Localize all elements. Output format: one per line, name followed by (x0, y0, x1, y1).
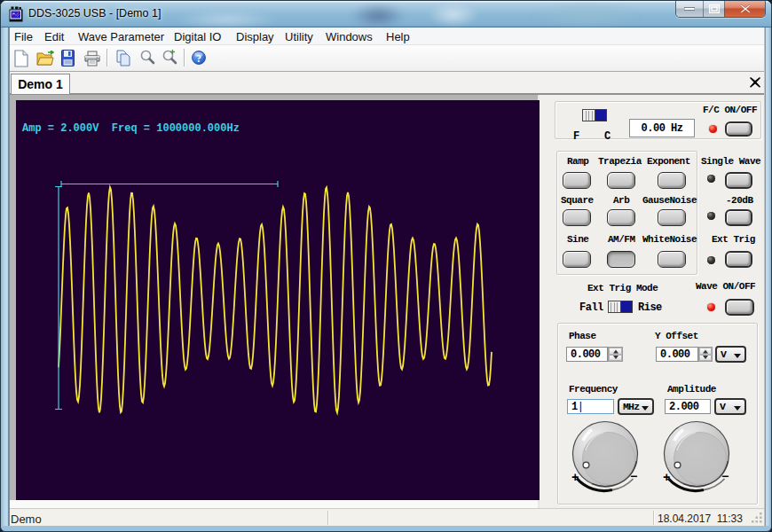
svg-text:?: ? (196, 53, 201, 64)
svg-text:−: − (630, 470, 637, 484)
svg-text:+: + (571, 471, 579, 485)
